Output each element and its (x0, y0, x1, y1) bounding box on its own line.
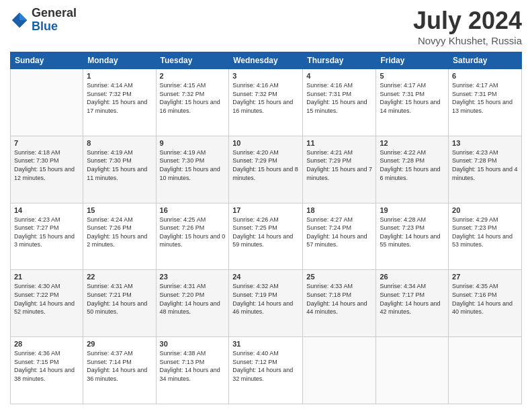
day-info: Sunrise: 4:19 AMSunset: 7:30 PMDaylight:… (160, 148, 226, 182)
day-info: Sunrise: 4:18 AMSunset: 7:30 PMDaylight:… (14, 148, 79, 182)
day-info: Sunrise: 4:15 AMSunset: 7:32 PMDaylight:… (160, 81, 226, 115)
calendar-table: SundayMondayTuesdayWednesdayThursdayFrid… (10, 52, 522, 404)
day-number: 24 (232, 273, 299, 281)
day-number: 15 (87, 206, 152, 214)
calendar-cell: 1Sunrise: 4:14 AMSunset: 7:32 PMDaylight… (83, 69, 156, 136)
day-info: Sunrise: 4:27 AMSunset: 7:24 PMDaylight:… (306, 216, 372, 249)
svg-marker-2 (19, 20, 27, 28)
day-info: Sunrise: 4:38 AMSunset: 7:13 PMDaylight:… (160, 349, 226, 383)
logo: General Blue (10, 7, 77, 34)
day-info: Sunrise: 4:31 AMSunset: 7:20 PMDaylight:… (160, 282, 226, 316)
weekday-header-wednesday: Wednesday (229, 52, 303, 69)
calendar-cell: 12Sunrise: 4:22 AMSunset: 7:28 PMDayligh… (376, 136, 449, 203)
calendar-cell (376, 337, 449, 404)
week-row-2: 7Sunrise: 4:18 AMSunset: 7:30 PMDaylight… (11, 136, 522, 203)
calendar-cell: 16Sunrise: 4:25 AMSunset: 7:26 PMDayligh… (156, 203, 229, 270)
day-number: 1 (87, 72, 152, 80)
logo-general: General (32, 7, 77, 20)
calendar-cell: 18Sunrise: 4:27 AMSunset: 7:24 PMDayligh… (303, 203, 376, 270)
calendar-cell (303, 337, 376, 404)
calendar-cell: 31Sunrise: 4:40 AMSunset: 7:12 PMDayligh… (229, 337, 303, 404)
day-number: 3 (232, 72, 299, 80)
day-number: 5 (380, 72, 445, 80)
day-number: 14 (14, 206, 79, 214)
day-number: 29 (87, 340, 152, 348)
day-info: Sunrise: 4:25 AMSunset: 7:26 PMDaylight:… (160, 216, 226, 249)
day-info: Sunrise: 4:33 AMSunset: 7:18 PMDaylight:… (306, 282, 372, 316)
day-number: 2 (160, 72, 226, 80)
day-info: Sunrise: 4:40 AMSunset: 7:12 PMDaylight:… (232, 349, 299, 383)
svg-marker-1 (19, 13, 27, 20)
weekday-header-tuesday: Tuesday (156, 52, 229, 69)
day-info: Sunrise: 4:17 AMSunset: 7:31 PMDaylight:… (380, 81, 445, 115)
calendar-cell: 5Sunrise: 4:17 AMSunset: 7:31 PMDaylight… (376, 69, 449, 136)
day-number: 13 (452, 139, 518, 147)
weekday-header-row: SundayMondayTuesdayWednesdayThursdayFrid… (11, 52, 522, 69)
calendar-cell: 4Sunrise: 4:16 AMSunset: 7:31 PMDaylight… (303, 69, 376, 136)
calendar-cell: 8Sunrise: 4:19 AMSunset: 7:30 PMDaylight… (83, 136, 156, 203)
day-number: 27 (452, 273, 518, 281)
day-info: Sunrise: 4:34 AMSunset: 7:17 PMDaylight:… (380, 282, 445, 316)
day-info: Sunrise: 4:30 AMSunset: 7:22 PMDaylight:… (14, 282, 79, 316)
title-block: July 2024 Novyy Khushet, Russia (413, 7, 522, 46)
header: General Blue July 2024 Novyy Khushet, Ru… (10, 7, 522, 46)
calendar-cell: 22Sunrise: 4:31 AMSunset: 7:21 PMDayligh… (83, 270, 156, 337)
week-row-1: 1Sunrise: 4:14 AMSunset: 7:32 PMDaylight… (11, 69, 522, 136)
day-number: 17 (232, 206, 299, 214)
day-info: Sunrise: 4:36 AMSunset: 7:15 PMDaylight:… (14, 349, 79, 383)
day-number: 25 (306, 273, 372, 281)
calendar-cell: 2Sunrise: 4:15 AMSunset: 7:32 PMDaylight… (156, 69, 229, 136)
month-title: July 2024 (413, 7, 522, 35)
calendar-cell: 24Sunrise: 4:32 AMSunset: 7:19 PMDayligh… (229, 270, 303, 337)
day-info: Sunrise: 4:16 AMSunset: 7:31 PMDaylight:… (306, 81, 372, 115)
calendar-cell: 30Sunrise: 4:38 AMSunset: 7:13 PMDayligh… (156, 337, 229, 404)
day-number: 31 (232, 340, 299, 348)
calendar-cell: 15Sunrise: 4:24 AMSunset: 7:26 PMDayligh… (83, 203, 156, 270)
week-row-4: 21Sunrise: 4:30 AMSunset: 7:22 PMDayligh… (11, 270, 522, 337)
logo-text: General Blue (32, 7, 77, 34)
calendar-cell: 3Sunrise: 4:16 AMSunset: 7:32 PMDaylight… (229, 69, 303, 136)
day-info: Sunrise: 4:21 AMSunset: 7:29 PMDaylight:… (306, 148, 372, 182)
day-info: Sunrise: 4:14 AMSunset: 7:32 PMDaylight:… (87, 81, 152, 115)
day-info: Sunrise: 4:31 AMSunset: 7:21 PMDaylight:… (87, 282, 152, 316)
calendar-cell: 6Sunrise: 4:17 AMSunset: 7:31 PMDaylight… (449, 69, 522, 136)
day-number: 23 (160, 273, 226, 281)
day-info: Sunrise: 4:35 AMSunset: 7:16 PMDaylight:… (452, 282, 518, 316)
day-number: 18 (306, 206, 372, 214)
day-info: Sunrise: 4:19 AMSunset: 7:30 PMDaylight:… (87, 148, 152, 182)
weekday-header-friday: Friday (376, 52, 449, 69)
day-info: Sunrise: 4:23 AMSunset: 7:28 PMDaylight:… (452, 148, 518, 182)
week-row-3: 14Sunrise: 4:23 AMSunset: 7:27 PMDayligh… (11, 203, 522, 270)
calendar-cell: 14Sunrise: 4:23 AMSunset: 7:27 PMDayligh… (11, 203, 83, 270)
day-number: 20 (452, 206, 518, 214)
weekday-header-monday: Monday (83, 52, 156, 69)
calendar-cell: 21Sunrise: 4:30 AMSunset: 7:22 PMDayligh… (11, 270, 83, 337)
day-info: Sunrise: 4:26 AMSunset: 7:25 PMDaylight:… (232, 216, 299, 249)
day-info: Sunrise: 4:29 AMSunset: 7:23 PMDaylight:… (452, 216, 518, 249)
day-info: Sunrise: 4:32 AMSunset: 7:19 PMDaylight:… (232, 282, 299, 316)
calendar-cell: 20Sunrise: 4:29 AMSunset: 7:23 PMDayligh… (449, 203, 522, 270)
calendar-cell: 28Sunrise: 4:36 AMSunset: 7:15 PMDayligh… (11, 337, 83, 404)
weekday-header-sunday: Sunday (11, 52, 83, 69)
calendar-cell: 7Sunrise: 4:18 AMSunset: 7:30 PMDaylight… (11, 136, 83, 203)
day-number: 12 (380, 139, 445, 147)
logo-icon (10, 11, 29, 30)
calendar-cell: 23Sunrise: 4:31 AMSunset: 7:20 PMDayligh… (156, 270, 229, 337)
calendar-cell: 25Sunrise: 4:33 AMSunset: 7:18 PMDayligh… (303, 270, 376, 337)
day-number: 28 (14, 340, 79, 348)
calendar-cell: 9Sunrise: 4:19 AMSunset: 7:30 PMDaylight… (156, 136, 229, 203)
week-row-5: 28Sunrise: 4:36 AMSunset: 7:15 PMDayligh… (11, 337, 522, 404)
day-number: 7 (14, 139, 79, 147)
day-info: Sunrise: 4:22 AMSunset: 7:28 PMDaylight:… (380, 148, 445, 182)
day-number: 9 (160, 139, 226, 147)
calendar-cell: 26Sunrise: 4:34 AMSunset: 7:17 PMDayligh… (376, 270, 449, 337)
calendar-cell: 10Sunrise: 4:20 AMSunset: 7:29 PMDayligh… (229, 136, 303, 203)
day-number: 10 (232, 139, 299, 147)
day-info: Sunrise: 4:24 AMSunset: 7:26 PMDaylight:… (87, 216, 152, 249)
weekday-header-saturday: Saturday (449, 52, 522, 69)
calendar-cell: 27Sunrise: 4:35 AMSunset: 7:16 PMDayligh… (449, 270, 522, 337)
calendar-cell (11, 69, 83, 136)
day-number: 8 (87, 139, 152, 147)
day-info: Sunrise: 4:20 AMSunset: 7:29 PMDaylight:… (232, 148, 299, 182)
day-number: 11 (306, 139, 372, 147)
